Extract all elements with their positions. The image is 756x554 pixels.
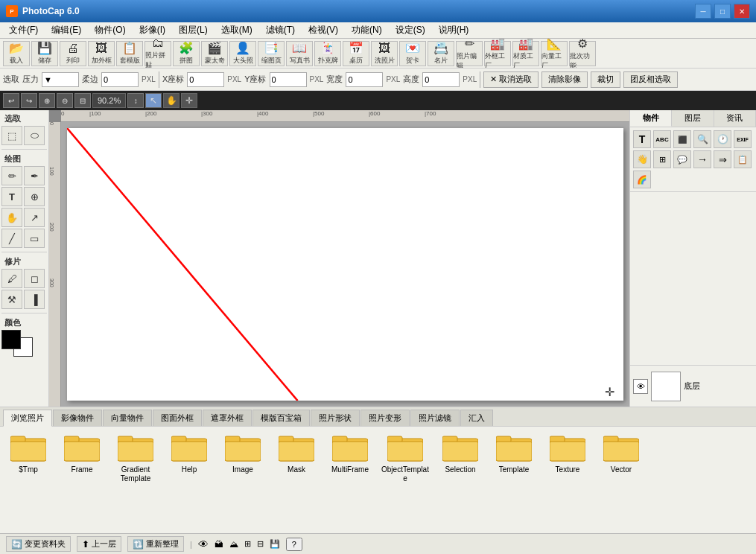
toolbar-btn-16[interactable]: ✏照片编辑 bbox=[456, 41, 483, 66]
rt-hand-tool[interactable]: 👋 bbox=[633, 150, 651, 168]
arrow-tool[interactable]: ↗ bbox=[24, 208, 45, 227]
toolbar-btn-15[interactable]: 📇名片 bbox=[428, 41, 454, 66]
hand-tool[interactable]: ✋ bbox=[163, 93, 180, 108]
bottom-tab-照片滤镜[interactable]: 照片滤镜 bbox=[410, 410, 460, 426]
toolbar-btn-13[interactable]: 🖼洗照片 bbox=[371, 41, 398, 66]
toolbar-btn-20[interactable]: ⚙批次功能 bbox=[569, 41, 596, 66]
toolbar-btn-0[interactable]: 📂载入 bbox=[3, 41, 30, 66]
bottom-tab-向量物件[interactable]: 向量物件 bbox=[103, 410, 152, 426]
bottom-tab-图面外框[interactable]: 图面外框 bbox=[153, 410, 202, 426]
toolbar-btn-14[interactable]: 💌贺卡 bbox=[399, 41, 426, 66]
crosshair-tool[interactable]: ✛ bbox=[181, 93, 197, 108]
feather-input[interactable] bbox=[101, 72, 139, 87]
rect-tool[interactable]: ▭ bbox=[24, 229, 45, 248]
pencil-tool[interactable]: ✏ bbox=[1, 166, 22, 185]
text-tool[interactable]: T bbox=[1, 187, 22, 206]
minimize-button[interactable]: ─ bbox=[695, 4, 711, 19]
pen-tool[interactable]: ✒ bbox=[24, 166, 45, 185]
select-ellipse-tool[interactable]: ⬭ bbox=[24, 126, 45, 145]
toolbar-btn-9[interactable]: 📑缩图页 bbox=[258, 41, 285, 66]
help-button[interactable]: ? bbox=[286, 538, 302, 551]
menu-item-N[interactable]: 功能(N) bbox=[346, 22, 388, 38]
bottom-tab-浏览照片[interactable]: 浏览照片 bbox=[3, 410, 52, 427]
erase-tool[interactable]: ◻ bbox=[24, 269, 45, 288]
folder-frame[interactable]: Frame bbox=[60, 433, 104, 474]
folder-texture[interactable]: Texture bbox=[545, 433, 590, 474]
menu-item-S[interactable]: 设定(S) bbox=[390, 22, 431, 38]
line-tool[interactable]: ╱ bbox=[1, 229, 22, 248]
height-input[interactable] bbox=[422, 72, 460, 87]
menu-item-E[interactable]: 编辑(E) bbox=[45, 22, 87, 38]
zoom-out-button[interactable]: ⊖ bbox=[57, 93, 73, 108]
toolbar-btn-17[interactable]: 🏭外框工厂 bbox=[484, 41, 511, 66]
folder-image[interactable]: Image bbox=[220, 433, 265, 474]
toolbar-btn-12[interactable]: 📅桌历 bbox=[343, 41, 369, 66]
zoom-tool[interactable]: ⊕ bbox=[24, 187, 45, 206]
up-level-button[interactable]: ⬆ 上一层 bbox=[77, 536, 121, 552]
toolbar-btn-6[interactable]: 🧩拼图 bbox=[173, 41, 200, 66]
toolbar-btn-18[interactable]: 🏭材质工厂 bbox=[512, 41, 539, 66]
menu-item-V[interactable]: 检视(V) bbox=[302, 22, 344, 38]
bottom-tab-照片变形[interactable]: 照片变形 bbox=[360, 410, 410, 426]
rt-exif-tool[interactable]: EXIF bbox=[734, 130, 752, 148]
folder-gradienttemplate[interactable]: GradientTemplate bbox=[113, 433, 158, 483]
eye-toggle[interactable]: 👁 bbox=[633, 379, 648, 394]
clear-image-button[interactable]: 清除影像 bbox=[541, 71, 588, 88]
tab-objects[interactable]: 物件 bbox=[630, 110, 672, 127]
folder-objecttemplate[interactable]: ObjectTemplate bbox=[381, 433, 429, 483]
select-rect-tool[interactable]: ⬚ bbox=[1, 126, 22, 145]
rt-rainbow-tool[interactable]: 🌈 bbox=[633, 171, 651, 188]
bottom-tab-模版百宝箱[interactable]: 模版百宝箱 bbox=[252, 410, 310, 426]
menu-item-O[interactable]: 物件(O) bbox=[89, 22, 131, 38]
toolbar-btn-10[interactable]: 📖写真书 bbox=[286, 41, 313, 66]
menu-item-T[interactable]: 滤镜(T) bbox=[260, 22, 301, 38]
toolbar-btn-11[interactable]: 🃏扑克牌 bbox=[314, 41, 341, 66]
folder-selection[interactable]: Selection bbox=[438, 433, 483, 474]
rt-double-arrow-tool[interactable]: ⇒ bbox=[714, 150, 731, 168]
x-input[interactable] bbox=[187, 72, 224, 87]
maximize-button[interactable]: □ bbox=[714, 4, 731, 19]
undo-button[interactable]: ↩ bbox=[3, 93, 19, 108]
bottom-tab-照片形状[interactable]: 照片形状 bbox=[311, 410, 360, 426]
toolbar-btn-3[interactable]: 🖼加外框 bbox=[88, 41, 115, 66]
menu-item-L[interactable]: 图层(L) bbox=[173, 22, 214, 38]
heal-tool[interactable]: 🖊 bbox=[1, 269, 22, 288]
rt-text-tool[interactable]: T bbox=[633, 130, 651, 148]
cancel-select-button[interactable]: ✕ 取消选取 bbox=[483, 71, 539, 88]
folder-template[interactable]: Template bbox=[492, 433, 536, 474]
toolbar-btn-4[interactable]: 📋套模版 bbox=[116, 41, 143, 66]
close-button[interactable]: ✕ bbox=[734, 4, 750, 19]
toolbar-btn-5[interactable]: 🗂照片拼贴 bbox=[144, 41, 171, 66]
fill-tool[interactable]: ▐ bbox=[24, 290, 45, 309]
bottom-tab-遮罩外框[interactable]: 遮罩外框 bbox=[203, 410, 252, 426]
width-input[interactable] bbox=[346, 72, 383, 87]
menu-item-I[interactable]: 影像(I) bbox=[133, 22, 171, 38]
tab-layers[interactable]: 图层 bbox=[672, 110, 714, 127]
paint-tool[interactable]: ⚒ bbox=[1, 290, 22, 309]
fit-button[interactable]: ⊟ bbox=[74, 93, 91, 108]
pointer-tool[interactable]: ↖ bbox=[145, 93, 162, 108]
toolbar-btn-8[interactable]: 👤大头照 bbox=[229, 41, 256, 66]
folder-vector[interactable]: Vector bbox=[599, 433, 644, 474]
folder-help[interactable]: Help bbox=[167, 433, 212, 474]
toolbar-btn-7[interactable]: 🎬蒙太奇 bbox=[201, 41, 228, 66]
rt-clock-tool[interactable]: 🕐 bbox=[714, 130, 731, 148]
pressure-dropdown[interactable]: ▼ bbox=[42, 72, 79, 87]
change-category-button[interactable]: 🔄 变更资料夹 bbox=[6, 536, 71, 552]
rt-zoom-tool[interactable]: 🔍 bbox=[693, 130, 711, 148]
rt-abc-tool[interactable]: ABC bbox=[653, 130, 671, 148]
rt-shape-tool[interactable]: ⬛ bbox=[673, 130, 691, 148]
menu-item-H[interactable]: 说明(H) bbox=[433, 22, 475, 38]
bottom-tab-影像物件[interactable]: 影像物件 bbox=[53, 410, 102, 426]
redo-button[interactable]: ↪ bbox=[21, 93, 37, 108]
rt-grid-tool[interactable]: ⊞ bbox=[653, 150, 671, 168]
toolbar-btn-19[interactable]: 📐向量工厂 bbox=[541, 41, 568, 66]
folder-mask[interactable]: Mask bbox=[274, 433, 319, 474]
menu-item-F[interactable]: 文件(F) bbox=[3, 22, 44, 38]
crop-button[interactable]: 裁切 bbox=[591, 71, 620, 88]
rt-copy-tool[interactable]: 📋 bbox=[734, 150, 752, 168]
toolbar-btn-2[interactable]: 🖨列印 bbox=[60, 41, 86, 66]
folder-$tmp[interactable]: $Tmp bbox=[6, 433, 51, 474]
foreground-color-swatch[interactable] bbox=[1, 330, 21, 349]
rt-bubble-tool[interactable]: 💬 bbox=[673, 150, 691, 168]
